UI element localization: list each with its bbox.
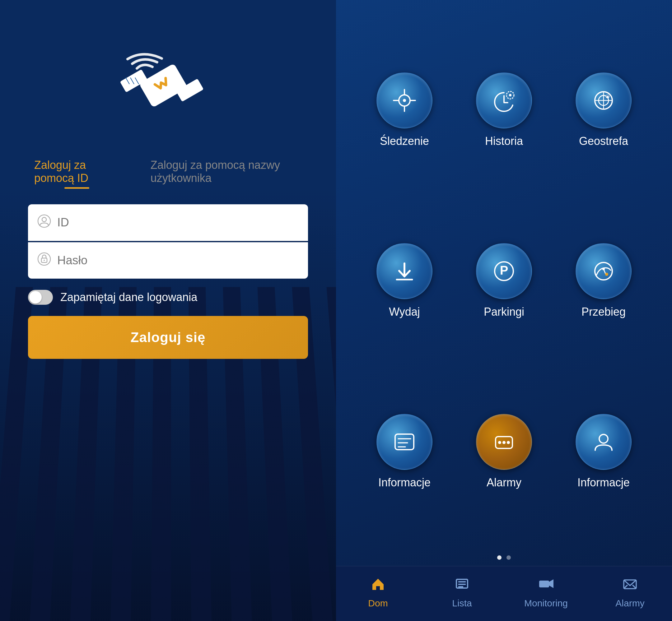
user-icon [37,214,51,231]
svg-point-38 [503,441,506,444]
nav-monitoring[interactable]: Monitoring [504,573,588,612]
nav-dom[interactable]: Dom [336,573,420,612]
tab-id-label: Zaloguj za pomocą ID [34,159,119,185]
login-panel: Zaloguj za pomocą ID Zaloguj za pomocą n… [0,0,336,621]
sledzenie-bubble [377,73,432,128]
sledzenie-label: Śledzenie [380,135,429,148]
grid-item-parkingi[interactable]: P Parkingi [454,237,554,325]
nav-dom-label: Dom [368,598,388,609]
list-icon [454,576,470,595]
nav-alarmy[interactable]: Alarmy [588,573,672,612]
nav-lista-label: Lista [452,598,472,609]
parkingi-label: Parkingi [484,305,524,319]
grid-item-informacje1[interactable]: Informacje [355,408,454,495]
svg-point-37 [498,441,501,444]
password-input-wrapper[interactable] [28,242,308,279]
grid-item-sledzenie[interactable]: Śledzenie [355,66,454,154]
historia-bubble [476,73,532,128]
informacje2-bubble [576,414,632,470]
parkingi-bubble: P [476,243,532,299]
svg-rect-45 [539,581,549,587]
svg-point-31 [605,273,608,276]
nav-alarmy-label: Alarmy [616,598,644,609]
svg-point-40 [599,434,608,443]
przebieg-label: Przebieg [582,305,626,319]
bottom-nav: Dom Lista Monitoring [336,566,672,621]
grid-item-historia[interactable]: Historia [454,66,554,154]
przebieg-bubble [576,243,632,299]
tab-username[interactable]: Zaloguj za pomocą nazwy użytkownika [144,156,308,192]
remember-row: Zapamiętaj dane logowania [28,290,308,305]
dot-2[interactable] [507,555,511,560]
nav-lista[interactable]: Lista [420,573,504,612]
alarmy-label: Alarmy [486,476,521,489]
satellite-logo [103,37,233,137]
svg-point-10 [44,260,45,261]
grid-item-wydaj[interactable]: Wydaj [355,237,454,325]
geostrefa-bubble [576,73,632,128]
mail-icon [622,576,638,595]
login-button[interactable]: Zaloguj się [28,316,308,359]
feature-grid: Śledzenie Historia [336,0,672,549]
alarmy-bubble [476,414,532,470]
tab-id-underline [65,187,89,189]
login-tabs: Zaloguj za pomocą ID Zaloguj za pomocą n… [28,156,308,192]
svg-marker-46 [549,579,553,588]
svg-text:P: P [500,263,508,277]
camera-icon [538,576,554,595]
remember-label: Zapamiętaj dane logowania [61,291,197,304]
svg-point-18 [509,94,511,96]
main-panel: Śledzenie Historia [336,0,672,621]
remember-toggle[interactable] [28,290,53,305]
home-icon [370,576,386,595]
password-input[interactable] [57,254,299,267]
pagination [336,549,672,566]
tab-username-label: Zaloguj za pomocą nazwy użytkownika [151,159,302,185]
svg-line-48 [624,585,628,589]
svg-point-39 [507,441,510,444]
svg-point-28 [595,262,612,280]
informacje2-label: Informacje [578,476,630,489]
dot-1[interactable] [497,555,502,560]
grid-item-geostrefa[interactable]: Geostrefa [554,66,653,154]
grid-item-informacje2[interactable]: Informacje [554,408,653,495]
svg-point-12 [403,99,406,102]
id-input-wrapper[interactable] [28,204,308,241]
historia-label: Historia [485,135,523,148]
informacje1-label: Informacje [378,476,431,489]
login-form [28,204,308,279]
lock-icon [37,252,51,269]
grid-item-przebieg[interactable]: Przebieg [554,237,653,325]
nav-monitoring-label: Monitoring [524,598,568,609]
grid-item-alarmy[interactable]: Alarmy [454,408,554,495]
svg-point-7 [42,217,46,222]
wydaj-label: Wydaj [389,305,420,319]
wydaj-bubble [377,243,432,299]
svg-line-49 [632,585,636,589]
informacje1-bubble [377,414,432,470]
geostrefa-label: Geostrefa [579,135,628,148]
svg-rect-0 [139,64,188,108]
tab-id[interactable]: Zaloguj za pomocą ID [28,156,126,192]
id-input[interactable] [57,216,299,229]
